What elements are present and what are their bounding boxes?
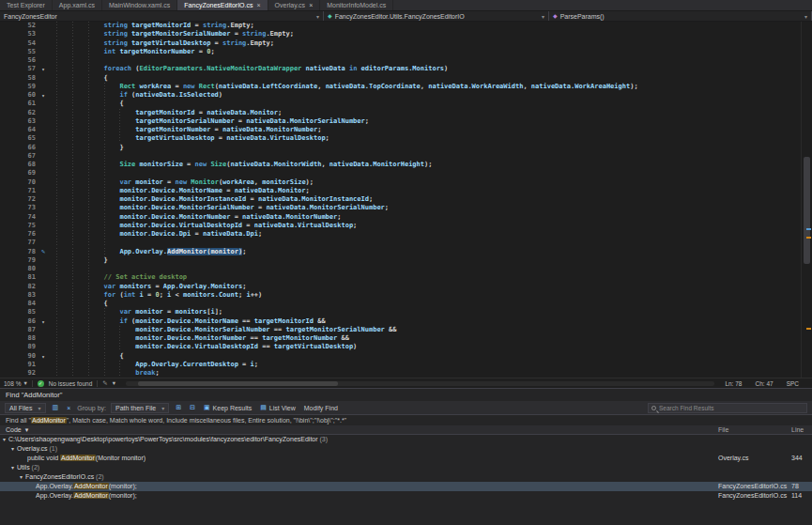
- code-line[interactable]: targetVirtualDesktop = nativeData.Virtua…: [56, 134, 812, 143]
- gutter-row[interactable]: 81: [0, 273, 54, 282]
- code-line[interactable]: monitor.Device.VirtualDesktopId == targe…: [56, 343, 812, 351]
- code-line[interactable]: targetMonitorNumber = nativeData.Monitor…: [56, 126, 812, 134]
- modify-find-button[interactable]: Modify Find: [302, 405, 340, 411]
- gutter-row[interactable]: 55: [0, 48, 54, 56]
- gutter-row[interactable]: 56: [0, 56, 54, 65]
- line-number[interactable]: 52: [0, 22, 36, 30]
- tab-overlay-cs[interactable]: Overlay.cs×: [268, 0, 321, 10]
- code-line[interactable]: targetMonitorSerialNumber = nativeData.M…: [56, 117, 812, 126]
- gutter-row[interactable]: 91: [0, 361, 54, 369]
- fold-chevron-icon[interactable]: ▾: [41, 353, 45, 360]
- tab-close-icon[interactable]: ×: [309, 2, 313, 8]
- line-number[interactable]: 81: [0, 273, 36, 282]
- line-number[interactable]: 68: [0, 161, 36, 169]
- line-indicator[interactable]: Ln: 78: [725, 380, 742, 387]
- line-number[interactable]: 84: [0, 300, 36, 308]
- line-number[interactable]: 88: [0, 334, 36, 343]
- expand-icon[interactable]: ▾: [11, 446, 14, 452]
- collapse-all-button[interactable]: ⊟: [188, 404, 197, 411]
- gutter-row[interactable]: 66: [0, 144, 54, 152]
- gutter-row[interactable]: 89: [0, 343, 54, 351]
- line-number[interactable]: 60: [0, 91, 36, 100]
- code-line[interactable]: {: [56, 300, 812, 308]
- code-line[interactable]: }: [56, 144, 812, 152]
- project-dropdown[interactable]: FancyZonesEditor ▾: [0, 11, 324, 21]
- search-find-results-box[interactable]: [648, 403, 807, 413]
- find-result-row[interactable]: public void AddMonitor(Monitor monitor)O…: [0, 454, 812, 463]
- code-line[interactable]: {: [56, 100, 812, 108]
- line-number[interactable]: 92: [0, 369, 36, 378]
- line-number[interactable]: 70: [0, 178, 36, 187]
- member-dropdown[interactable]: ◆ ParseParams() ▾: [549, 11, 812, 21]
- group-by-dropdown[interactable]: Path then File ▾: [111, 403, 169, 413]
- code-line[interactable]: }: [56, 256, 812, 265]
- code-line[interactable]: Size monitorSize = new Size(nativeData.M…: [56, 161, 812, 169]
- line-number[interactable]: 65: [0, 134, 36, 143]
- find-result-row[interactable]: ▾FancyZonesEditorIO.cs (2): [0, 472, 812, 482]
- tab-test-explorer[interactable]: Test Explorer: [0, 0, 53, 10]
- line-number[interactable]: 75: [0, 222, 36, 230]
- find-result-row[interactable]: App.Overlay.AddMonitor(monitor);FancyZon…: [0, 482, 812, 491]
- code-line[interactable]: if (nativeData.IsSelected): [56, 91, 812, 100]
- fold-chevron-icon[interactable]: ▾: [41, 66, 45, 72]
- gutter-row[interactable]: 68: [0, 161, 54, 169]
- scrollbar-thumb[interactable]: [804, 157, 810, 264]
- gutter-row[interactable]: 82: [0, 283, 54, 291]
- code-line[interactable]: Rect workArea = new Rect(nativeData.Left…: [56, 83, 812, 91]
- expand-icon[interactable]: ▾: [20, 474, 23, 480]
- scope-filter-dropdown[interactable]: All Files ▾: [5, 403, 46, 413]
- line-number[interactable]: 90: [0, 352, 36, 361]
- line-number[interactable]: 59: [0, 83, 36, 91]
- line-number[interactable]: 72: [0, 195, 36, 204]
- code-line[interactable]: monitor.Device.MonitorSerialNumber = nat…: [56, 204, 812, 212]
- tab-close-icon[interactable]: ×: [256, 2, 260, 8]
- open-results-button[interactable]: ▥: [51, 404, 61, 411]
- code-line[interactable]: break;: [56, 369, 812, 378]
- gutter-row[interactable]: 72: [0, 195, 54, 204]
- line-number[interactable]: 86: [0, 317, 36, 326]
- code-line[interactable]: targetMonitorId = nativeData.Monitor;: [56, 109, 812, 117]
- type-dropdown[interactable]: ◆ FancyZonesEditor.Utils.FancyZonesEdito…: [324, 11, 549, 21]
- code-line[interactable]: {: [56, 74, 812, 83]
- tab-monitorinfomodel-cs[interactable]: MonitorInfoModel.cs: [320, 0, 393, 10]
- code-line[interactable]: var monitors = App.Overlay.Monitors;: [56, 283, 812, 291]
- code-line[interactable]: [56, 169, 812, 178]
- gutter-row[interactable]: 87: [0, 326, 54, 334]
- gutter-row[interactable]: 67: [0, 152, 54, 161]
- line-number[interactable]: 74: [0, 213, 36, 222]
- line-number[interactable]: 73: [0, 204, 36, 212]
- gutter-row[interactable]: 70: [0, 178, 54, 187]
- line-number[interactable]: 57: [0, 65, 36, 73]
- expand-all-button[interactable]: ⊞: [174, 404, 183, 411]
- gutter-row[interactable]: 54: [0, 39, 54, 48]
- tab-fancyzoneseditorio-cs[interactable]: FancyZonesEditorIO.cs×: [177, 0, 268, 10]
- find-result-row[interactable]: ▾Utils (2): [0, 463, 812, 472]
- gutter-row[interactable]: 80: [0, 265, 54, 273]
- gutter-row[interactable]: 60▾: [0, 91, 54, 100]
- search-find-results-input[interactable]: [659, 405, 804, 411]
- code-line[interactable]: string targetMonitorId = string.Empty;: [56, 22, 812, 30]
- code-line[interactable]: monitor.Device.MonitorInstanceId = nativ…: [56, 195, 812, 204]
- expand-icon[interactable]: ▾: [11, 465, 14, 471]
- line-number[interactable]: 66: [0, 144, 36, 152]
- gutter-row[interactable]: 59: [0, 83, 54, 91]
- space-mode-indicator[interactable]: SPC: [787, 380, 799, 387]
- gutter-row[interactable]: 65: [0, 134, 54, 143]
- line-number[interactable]: 69: [0, 169, 36, 178]
- horizontal-scrollbar-thumb[interactable]: [138, 381, 338, 386]
- issues-status[interactable]: No issues found: [49, 380, 93, 387]
- line-number[interactable]: 71: [0, 187, 36, 195]
- code-line[interactable]: monitor.Device.Dpi = nativeData.Dpi;: [56, 230, 812, 239]
- gutter-row[interactable]: 85: [0, 308, 54, 317]
- code-line[interactable]: monitor.Device.MonitorName = nativeData.…: [56, 187, 812, 195]
- fold-chevron-icon[interactable]: ▾: [41, 318, 45, 325]
- line-number[interactable]: 79: [0, 256, 36, 265]
- code-line[interactable]: var monitor = monitors[i];: [56, 308, 812, 317]
- line-number[interactable]: 80: [0, 265, 36, 273]
- code-line[interactable]: monitor.Device.MonitorNumber == targetMo…: [56, 334, 812, 343]
- zoom-control[interactable]: 108 % ▾: [4, 379, 27, 387]
- gutter-row[interactable]: 62: [0, 109, 54, 117]
- gutter-row[interactable]: 53: [0, 30, 54, 39]
- gutter-row[interactable]: 75: [0, 222, 54, 230]
- line-number[interactable]: 54: [0, 39, 36, 48]
